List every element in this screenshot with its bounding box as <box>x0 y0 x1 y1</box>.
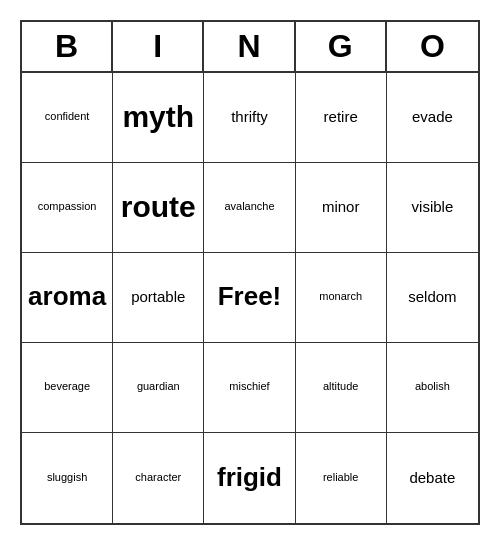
cell-text: debate <box>409 469 455 487</box>
header-letter: B <box>22 22 113 71</box>
cell-text: thrifty <box>231 108 268 126</box>
bingo-cell-r3-c1: guardian <box>113 343 204 433</box>
cell-text: myth <box>122 99 194 135</box>
bingo-cell-r1-c2: avalanche <box>204 163 295 253</box>
bingo-cell-r1-c3: minor <box>296 163 387 253</box>
cell-text: character <box>135 471 181 484</box>
bingo-card: BINGO confidentmyththriftyretireevadecom… <box>20 20 480 525</box>
cell-text: aroma <box>28 281 106 312</box>
header-letter: N <box>204 22 295 71</box>
bingo-header: BINGO <box>22 22 478 73</box>
bingo-cell-r2-c4: seldom <box>387 253 478 343</box>
cell-text: visible <box>412 198 454 216</box>
cell-text: confident <box>45 110 90 123</box>
cell-text: compassion <box>38 200 97 213</box>
header-letter: O <box>387 22 478 71</box>
bingo-cell-r2-c3: monarch <box>296 253 387 343</box>
bingo-cell-r0-c3: retire <box>296 73 387 163</box>
cell-text: minor <box>322 198 360 216</box>
bingo-cell-r4-c2: frigid <box>204 433 295 523</box>
cell-text: altitude <box>323 380 358 393</box>
cell-text: seldom <box>408 288 456 306</box>
cell-text: retire <box>324 108 358 126</box>
bingo-cell-r0-c2: thrifty <box>204 73 295 163</box>
bingo-cell-r2-c0: aroma <box>22 253 113 343</box>
bingo-cell-r0-c4: evade <box>387 73 478 163</box>
cell-text: frigid <box>217 462 282 493</box>
header-letter: I <box>113 22 204 71</box>
bingo-cell-r4-c3: reliable <box>296 433 387 523</box>
cell-text: sluggish <box>47 471 87 484</box>
bingo-grid: confidentmyththriftyretireevadecompassio… <box>22 73 478 523</box>
bingo-cell-r1-c0: compassion <box>22 163 113 253</box>
bingo-cell-r3-c2: mischief <box>204 343 295 433</box>
bingo-cell-r0-c0: confident <box>22 73 113 163</box>
cell-text: route <box>121 189 196 225</box>
cell-text: reliable <box>323 471 358 484</box>
cell-text: abolish <box>415 380 450 393</box>
cell-text: evade <box>412 108 453 126</box>
cell-text: avalanche <box>224 200 274 213</box>
bingo-cell-r2-c1: portable <box>113 253 204 343</box>
bingo-cell-r4-c1: character <box>113 433 204 523</box>
bingo-cell-r4-c4: debate <box>387 433 478 523</box>
bingo-cell-r1-c4: visible <box>387 163 478 253</box>
header-letter: G <box>296 22 387 71</box>
cell-text: mischief <box>229 380 269 393</box>
cell-text: Free! <box>218 281 282 312</box>
bingo-cell-r2-c2: Free! <box>204 253 295 343</box>
bingo-cell-r0-c1: myth <box>113 73 204 163</box>
bingo-cell-r3-c4: abolish <box>387 343 478 433</box>
cell-text: portable <box>131 288 185 306</box>
cell-text: monarch <box>319 290 362 303</box>
bingo-cell-r1-c1: route <box>113 163 204 253</box>
cell-text: beverage <box>44 380 90 393</box>
bingo-cell-r3-c3: altitude <box>296 343 387 433</box>
cell-text: guardian <box>137 380 180 393</box>
bingo-cell-r4-c0: sluggish <box>22 433 113 523</box>
bingo-cell-r3-c0: beverage <box>22 343 113 433</box>
